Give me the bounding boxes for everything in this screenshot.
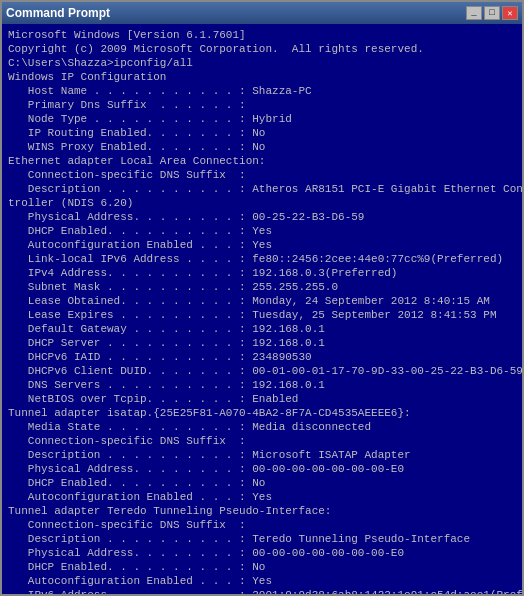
terminal-line: Default Gateway . . . . . . . . : 192.16… — [8, 322, 516, 336]
close-button[interactable]: ✕ — [502, 6, 518, 20]
terminal-line: Primary Dns Suffix . . . . . . : — [8, 98, 516, 112]
terminal-line: Lease Expires . . . . . . . . . : Tuesda… — [8, 308, 516, 322]
terminal-line: NetBIOS over Tcpip. . . . . . . : Enable… — [8, 392, 516, 406]
terminal-line: Autoconfiguration Enabled . . . : Yes — [8, 490, 516, 504]
window-controls: _ □ ✕ — [466, 6, 518, 20]
terminal-line: IPv4 Address. . . . . . . . . . : 192.16… — [8, 266, 516, 280]
terminal-line: Media State . . . . . . . . . . : Media … — [8, 420, 516, 434]
terminal-line: DHCPv6 IAID . . . . . . . . . . : 234890… — [8, 350, 516, 364]
maximize-button[interactable]: □ — [484, 6, 500, 20]
minimize-button[interactable]: _ — [466, 6, 482, 20]
terminal-line: Tunnel adapter Teredo Tunneling Pseudo-I… — [8, 504, 516, 518]
terminal-line: DHCP Enabled. . . . . . . . . . : No — [8, 560, 516, 574]
terminal-line: DHCP Enabled. . . . . . . . . . : Yes — [8, 224, 516, 238]
title-bar: Command Prompt _ □ ✕ — [2, 2, 522, 24]
terminal-line: Ethernet adapter Local Area Connection: — [8, 154, 516, 168]
terminal-line: troller (NDIS 6.20) — [8, 196, 516, 210]
terminal-line: Autoconfiguration Enabled . . . : Yes — [8, 574, 516, 588]
terminal-line: IPv6 Address. . . . . . . . . . : 2001:0… — [8, 588, 516, 594]
terminal-line: WINS Proxy Enabled. . . . . . . : No — [8, 140, 516, 154]
terminal-line: Connection-specific DNS Suffix : — [8, 434, 516, 448]
terminal-line: Description . . . . . . . . . . : Athero… — [8, 182, 516, 196]
terminal-line: C:\Users\Shazza>ipconfig/all — [8, 56, 516, 70]
terminal-line: Autoconfiguration Enabled . . . : Yes — [8, 238, 516, 252]
terminal-line: DNS Servers . . . . . . . . . . : 192.16… — [8, 378, 516, 392]
terminal-line: Host Name . . . . . . . . . . . : Shazza… — [8, 84, 516, 98]
terminal-line: Tunnel adapter isatap.{25E25F81-A070-4BA… — [8, 406, 516, 420]
terminal-line: Lease Obtained. . . . . . . . . : Monday… — [8, 294, 516, 308]
terminal-line: Connection-specific DNS Suffix : — [8, 518, 516, 532]
terminal-line: Subnet Mask . . . . . . . . . . : 255.25… — [8, 280, 516, 294]
window-title: Command Prompt — [6, 6, 110, 20]
terminal-line: Node Type . . . . . . . . . . . : Hybrid — [8, 112, 516, 126]
terminal-line: DHCP Server . . . . . . . . . . : 192.16… — [8, 336, 516, 350]
terminal-line: Physical Address. . . . . . . . : 00-25-… — [8, 210, 516, 224]
terminal-line: Link-local IPv6 Address . . . . : fe80::… — [8, 252, 516, 266]
terminal-line: Connection-specific DNS Suffix : — [8, 168, 516, 182]
terminal-line: DHCPv6 Client DUID. . . . . . . : 00-01-… — [8, 364, 516, 378]
terminal-line: Copyright (c) 2009 Microsoft Corporation… — [8, 42, 516, 56]
terminal-output[interactable]: Microsoft Windows [Version 6.1.7601]Copy… — [2, 24, 522, 594]
terminal-line: Physical Address. . . . . . . . : 00-00-… — [8, 462, 516, 476]
terminal-line: Physical Address. . . . . . . . : 00-00-… — [8, 546, 516, 560]
command-prompt-window: Command Prompt _ □ ✕ Microsoft Windows [… — [0, 0, 524, 596]
terminal-line: DHCP Enabled. . . . . . . . . . : No — [8, 476, 516, 490]
terminal-line: Description . . . . . . . . . . : Teredo… — [8, 532, 516, 546]
terminal-line: Microsoft Windows [Version 6.1.7601] — [8, 28, 516, 42]
terminal-line: Windows IP Configuration — [8, 70, 516, 84]
terminal-line: IP Routing Enabled. . . . . . . : No — [8, 126, 516, 140]
terminal-line: Description . . . . . . . . . . : Micros… — [8, 448, 516, 462]
